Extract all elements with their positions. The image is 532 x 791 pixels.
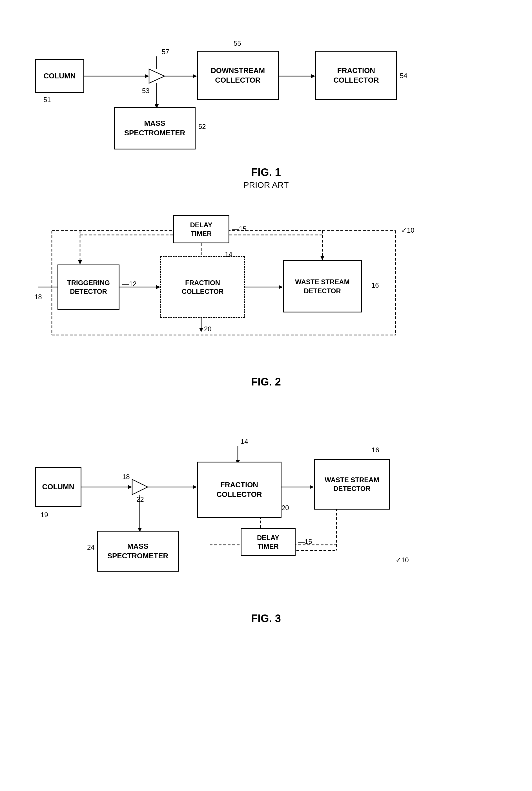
fig3-diagram: COLUMN 19 18 22 14 FRACTIONCOLLECTOR 20 … [26,418,506,610]
fig1-subtitle: PRIOR ART [22,180,510,190]
ref-18-fig3: 18 [122,473,130,481]
ref-12-fig2: —12 [122,280,137,288]
box-fraction-fig1: FRACTION COLLECTOR [315,51,397,100]
box-delay-fig3: DELAYTIMER [241,528,296,556]
box-mass-fig3: MASSSPECTROMETER [97,531,179,572]
ref-20-fig3: 20 [282,504,289,512]
svg-marker-1 [145,74,149,78]
fig2-title: FIG. 2 [22,376,510,388]
ref-16-fig2: —16 [365,281,379,289]
ref-19-fig3: 19 [41,511,48,519]
ref-20-fig2: 20 [204,325,212,333]
ref-15-fig2: —15 [232,225,247,233]
svg-marker-36 [310,485,314,489]
fig1-diagram: COLUMN 51 57 53 DOWNSTREAM COLLECTOR 55 … [26,17,506,164]
page: COLUMN 51 57 53 DOWNSTREAM COLLECTOR 55 … [0,0,532,642]
svg-marker-4 [193,74,197,78]
ref-54: 54 [400,72,407,80]
svg-marker-31 [128,485,132,489]
box-fraction-fig2: FRACTIONCOLLECTOR [160,256,245,318]
svg-marker-32 [132,479,148,495]
ref-57: 57 [162,48,169,56]
box-column-fig3: COLUMN [35,467,81,507]
box-delay-fig2: DELAYTIMER [173,215,229,243]
box-triggering-fig2: TRIGGERINGDETECTOR [57,264,119,310]
fig1-title: FIG. 1 [22,166,510,179]
svg-marker-34 [193,485,197,489]
ref-15-fig3: —15 [298,538,312,546]
box-waste-fig2: WASTE STREAMDETECTOR [283,260,362,312]
fig2-diagram: DELAYTIMER —15 TRIGGERINGDETECTOR —12 FR… [26,204,506,373]
fig2-spacer [22,390,510,404]
ref-53: 53 [142,87,150,95]
box-waste-fig3: WASTE STREAMDETECTOR [314,459,390,510]
ref-10-fig2: ✓10 [401,226,415,234]
box-fraction-fig3: FRACTIONCOLLECTOR [197,462,282,518]
svg-marker-2 [149,69,165,83]
ref-52: 52 [198,123,206,131]
ref-55: 55 [233,39,241,48]
ref-10-fig3: ✓10 [396,556,409,564]
box-mass-fig1: MASS SPECTROMETER [114,107,195,149]
box-column-fig1: COLUMN [35,59,84,93]
ref-24-fig3: 24 [87,544,95,551]
ref-14-fig2: —14 [218,251,232,258]
fig3-title: FIG. 3 [22,612,510,625]
ref-16-fig3: 16 [372,446,379,454]
ref-22-fig3: 22 [136,495,144,503]
ref-18-fig2: 18 [34,293,42,301]
ref-51: 51 [43,96,51,104]
box-downstream-fig1: DOWNSTREAM COLLECTOR [197,51,279,100]
ref-14-fig3: 14 [241,438,248,445]
svg-marker-6 [311,74,315,78]
